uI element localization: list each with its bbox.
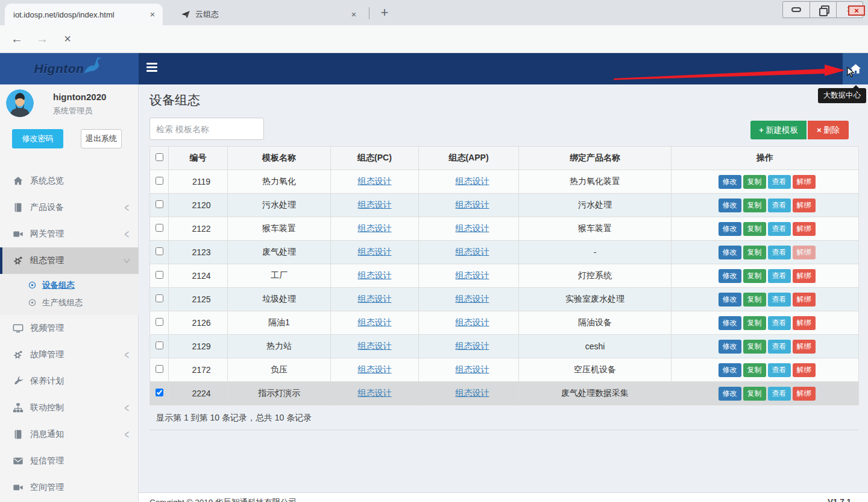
app-config-link[interactable]: 组态设计 [456, 294, 489, 303]
delete-button[interactable]: ×删除 [808, 121, 849, 139]
tab-close-icon[interactable]: × [147, 9, 158, 20]
sidebar-item-system-overview[interactable]: 系统总览 [0, 168, 139, 194]
minimize-button[interactable] [783, 2, 810, 17]
unbind-button[interactable]: 解绑 [793, 363, 816, 377]
search-input[interactable] [149, 118, 264, 140]
unbind-button[interactable]: 解绑 [793, 175, 816, 189]
unbind-button[interactable]: 解绑 [793, 222, 816, 236]
copy-button[interactable]: 复制 [743, 222, 766, 236]
edit-button[interactable]: 修改 [719, 269, 741, 283]
sidebar-item-linkage-control[interactable]: 联动控制< [0, 395, 139, 421]
row-checkbox[interactable] [156, 365, 163, 373]
forward-button[interactable]: → [34, 31, 51, 48]
edit-button[interactable]: 修改 [719, 246, 741, 259]
edit-button[interactable]: 修改 [719, 340, 741, 354]
unbind-button[interactable]: 解绑 [793, 316, 816, 330]
copy-button[interactable]: 复制 [743, 316, 766, 330]
view-button[interactable]: 查看 [768, 363, 791, 377]
tab-close-icon[interactable]: × [348, 9, 359, 20]
new-tab-button[interactable]: + [376, 5, 393, 22]
back-button[interactable]: ← [8, 31, 25, 48]
view-button[interactable]: 查看 [768, 316, 791, 330]
copy-button[interactable]: 复制 [743, 269, 766, 283]
pc-config-link[interactable]: 组态设计 [358, 223, 392, 233]
row-checkbox[interactable] [156, 389, 163, 396]
sidebar-item-maintenance-plan[interactable]: 保养计划 [0, 368, 139, 395]
unbind-button[interactable]: 解绑 [793, 199, 816, 212]
view-button[interactable]: 查看 [768, 222, 791, 236]
copy-button[interactable]: 复制 [743, 340, 766, 354]
sidebar-item-gateway-management[interactable]: 网关管理< [0, 221, 139, 247]
copy-button[interactable]: 复制 [743, 293, 766, 307]
row-checkbox[interactable] [156, 318, 163, 326]
pc-config-link[interactable]: 组态设计 [358, 176, 392, 186]
pc-config-link[interactable]: 组态设计 [358, 270, 392, 280]
sidebar-item-sms-management[interactable]: 短信管理 [0, 448, 139, 474]
browser-tab-active[interactable]: iot.idosp.net/idosp/index.html × [5, 4, 163, 25]
sidebar-toggle-button[interactable] [146, 63, 159, 75]
view-button[interactable]: 查看 [768, 387, 791, 401]
row-checkbox[interactable] [156, 342, 163, 349]
app-config-link[interactable]: 组态设计 [456, 176, 489, 186]
copy-button[interactable]: 复制 [743, 199, 766, 212]
pc-config-link[interactable]: 组态设计 [358, 341, 392, 351]
row-checkbox[interactable] [156, 200, 163, 208]
unbind-button[interactable]: 解绑 [793, 387, 816, 401]
sidebar-item-message-notify[interactable]: 消息通知< [0, 421, 139, 448]
sidebar-item-space-management[interactable]: 空间管理 [0, 474, 139, 501]
unbind-button[interactable]: 解绑 [793, 269, 816, 283]
sidebar-subitem-production-line-config[interactable]: 生产线组态 [0, 294, 139, 311]
close-button[interactable]: × × [836, 2, 863, 17]
sidebar-item-video-management[interactable]: 视频管理 [0, 315, 139, 342]
pc-config-link[interactable]: 组态设计 [358, 317, 392, 327]
edit-button[interactable]: 修改 [719, 387, 741, 401]
pc-config-link[interactable]: 组态设计 [358, 364, 392, 374]
sidebar-item-fault-management[interactable]: 故障管理< [0, 342, 139, 368]
app-config-link[interactable]: 组态设计 [456, 270, 489, 280]
pc-config-link[interactable]: 组态设计 [358, 247, 392, 256]
view-button[interactable]: 查看 [768, 246, 791, 259]
row-checkbox[interactable] [156, 177, 163, 185]
app-config-link[interactable]: 组态设计 [456, 388, 489, 398]
row-checkbox[interactable] [156, 224, 163, 232]
logout-button[interactable]: 退出系统 [81, 129, 122, 148]
edit-button[interactable]: 修改 [719, 222, 741, 236]
pc-config-link[interactable]: 组态设计 [358, 200, 392, 209]
unbind-button[interactable]: 解绑 [793, 246, 816, 259]
stop-reload-button[interactable]: × [59, 31, 76, 48]
copy-button[interactable]: 复制 [743, 387, 766, 401]
app-config-link[interactable]: 组态设计 [456, 341, 489, 351]
row-checkbox[interactable] [156, 247, 163, 255]
view-button[interactable]: 查看 [768, 340, 791, 354]
browser-tab-inactive[interactable]: 云组态 × [172, 4, 364, 25]
copy-button[interactable]: 复制 [743, 363, 766, 377]
view-button[interactable]: 查看 [768, 293, 791, 307]
view-button[interactable]: 查看 [768, 269, 791, 283]
change-password-button[interactable]: 修改密码 [12, 129, 63, 148]
row-checkbox[interactable] [156, 271, 163, 279]
view-button[interactable]: 查看 [768, 175, 791, 189]
pc-config-link[interactable]: 组态设计 [358, 388, 392, 398]
app-config-link[interactable]: 组态设计 [456, 247, 489, 256]
app-config-link[interactable]: 组态设计 [456, 364, 489, 374]
edit-button[interactable]: 修改 [719, 363, 741, 377]
pc-config-link[interactable]: 组态设计 [358, 294, 392, 303]
sidebar-subitem-device-config[interactable]: 设备组态 [0, 276, 139, 294]
copy-button[interactable]: 复制 [743, 246, 766, 259]
unbind-button[interactable]: 解绑 [793, 293, 816, 307]
restore-button[interactable] [810, 2, 836, 17]
sidebar-item-product-device[interactable]: 产品设备< [0, 194, 139, 221]
view-button[interactable]: 查看 [768, 199, 791, 212]
app-config-link[interactable]: 组态设计 [456, 317, 489, 327]
edit-button[interactable]: 修改 [719, 316, 741, 330]
edit-button[interactable]: 修改 [719, 199, 741, 212]
sidebar-item-config-management[interactable]: 组态管理< [0, 247, 139, 274]
app-config-link[interactable]: 组态设计 [456, 223, 489, 233]
app-config-link[interactable]: 组态设计 [456, 200, 489, 209]
edit-button[interactable]: 修改 [719, 293, 741, 307]
copy-button[interactable]: 复制 [743, 175, 766, 189]
unbind-button[interactable]: 解绑 [793, 340, 816, 354]
row-checkbox[interactable] [156, 294, 163, 302]
new-template-button[interactable]: +新建模板 [750, 121, 807, 139]
edit-button[interactable]: 修改 [719, 175, 741, 189]
